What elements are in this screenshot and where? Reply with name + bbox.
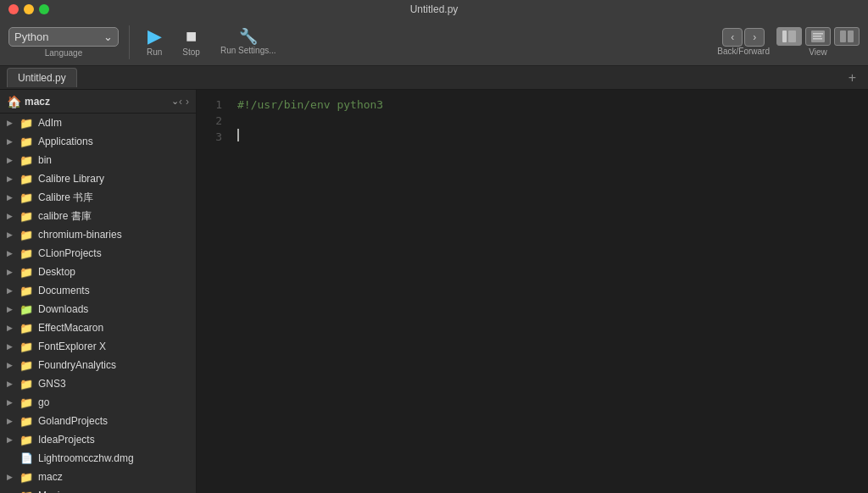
tree-item-name: GolandProjects bbox=[38, 415, 108, 427]
folder-icon: 📁 bbox=[19, 191, 34, 203]
folder-icon: 📁 bbox=[19, 266, 34, 278]
sidebar-nav-arrows: ‹ › bbox=[179, 96, 189, 108]
list-item[interactable]: ▶📁GolandProjects bbox=[0, 412, 196, 430]
list-item[interactable]: ▶📁Calibre Library bbox=[0, 169, 196, 188]
tab-add-button[interactable]: + bbox=[843, 70, 861, 86]
stop-button[interactable]: ■ Stop bbox=[175, 24, 207, 60]
list-item[interactable]: ▶📁FoundryAnalytics bbox=[0, 356, 196, 374]
editor[interactable]: 1 2 3 #!/usr/bin/env python3 bbox=[197, 90, 868, 493]
list-item[interactable]: ▶📁IdeaProjects bbox=[0, 430, 196, 449]
view-label: View bbox=[809, 47, 827, 57]
folder-icon: 📁 bbox=[19, 396, 34, 408]
tree-arrow-icon: ▶ bbox=[7, 193, 19, 202]
text-cursor bbox=[237, 129, 239, 141]
tab-bar: Untitled.py + bbox=[0, 66, 868, 90]
list-item[interactable]: ▶📁macz bbox=[0, 468, 196, 486]
code-line-2 bbox=[237, 113, 861, 129]
back-button[interactable]: ‹ bbox=[722, 28, 743, 47]
list-item[interactable]: ▶📁EffectMacaron bbox=[0, 319, 196, 337]
forward-button[interactable]: › bbox=[744, 28, 765, 47]
run-settings-button[interactable]: 🔧 Run Settings... bbox=[214, 25, 283, 58]
folder-icon: 📁 bbox=[19, 471, 34, 483]
tree-arrow-icon: ▶ bbox=[7, 324, 19, 332]
stop-icon: ■ bbox=[186, 27, 197, 46]
file-icon: 📄 bbox=[19, 452, 34, 464]
code-area[interactable]: #!/usr/bin/env python3 bbox=[231, 90, 868, 493]
list-item[interactable]: ▶📁Applications bbox=[0, 132, 196, 151]
language-label: Language bbox=[45, 48, 83, 58]
folder-icon: 📁 bbox=[19, 285, 34, 296]
view-split-button[interactable] bbox=[834, 27, 860, 46]
tree-arrow-icon: ▶ bbox=[7, 398, 19, 407]
tree-arrow-icon: ▶ bbox=[7, 435, 19, 444]
sidebar-root-name: macz bbox=[25, 96, 170, 108]
list-item[interactable]: ▶📁bin bbox=[0, 151, 196, 169]
sidebar-back-icon[interactable]: ‹ bbox=[179, 96, 182, 108]
line-num-3: 3 bbox=[197, 129, 231, 145]
tree-item-name: Downloads bbox=[38, 303, 88, 315]
tree-arrow-icon: ▶ bbox=[7, 305, 19, 313]
folder-icon: 📁 bbox=[19, 434, 34, 446]
maximize-button[interactable] bbox=[39, 4, 49, 14]
tree-arrow-icon: ▶ bbox=[7, 473, 19, 481]
folder-icon: 📁 bbox=[19, 378, 34, 390]
tree-item-name: GNS3 bbox=[38, 378, 66, 390]
language-selector[interactable]: Python ⌄ bbox=[8, 27, 119, 47]
list-item[interactable]: ▶📁GNS3 bbox=[0, 374, 196, 393]
tree-item-name: Movies bbox=[38, 490, 70, 493]
tree-item-name: CLionProjects bbox=[38, 247, 102, 259]
home-icon: 🏠 bbox=[7, 95, 21, 108]
folder-icon: 📁 bbox=[19, 415, 34, 427]
list-item[interactable]: ▶📁calibre 書庫 bbox=[0, 207, 196, 225]
list-item[interactable]: ▶📁Desktop bbox=[0, 263, 196, 281]
wrench-icon: 🔧 bbox=[239, 29, 258, 44]
sidebar-forward-icon[interactable]: › bbox=[186, 96, 189, 108]
tree-arrow-icon: ▶ bbox=[7, 137, 19, 146]
minimize-button[interactable] bbox=[24, 4, 34, 14]
tree-arrow-icon: ▶ bbox=[7, 361, 19, 369]
tree-item-name: Desktop bbox=[38, 266, 75, 278]
tree-arrow-icon: ▶ bbox=[7, 342, 19, 351]
folder-icon: 📁 bbox=[19, 490, 34, 493]
run-button[interactable]: ▶ Run bbox=[140, 24, 169, 60]
list-item[interactable]: ▶📁chromium-binaries bbox=[0, 225, 196, 244]
tree-arrow-icon: ▶ bbox=[7, 249, 19, 258]
tree-item-name: EffectMacaron bbox=[38, 322, 103, 334]
list-item[interactable]: ▶📁FontExplorer X bbox=[0, 337, 196, 356]
folder-icon: 📁 bbox=[19, 322, 34, 334]
tree-arrow-icon: ▶ bbox=[7, 286, 19, 295]
tree-item-name: FoundryAnalytics bbox=[38, 359, 116, 371]
chevron-down-small-icon: ⌄ bbox=[171, 96, 179, 107]
code-line-1: #!/usr/bin/env python3 bbox=[237, 97, 861, 113]
list-item[interactable]: ▶📁CLionProjects bbox=[0, 244, 196, 263]
code-line-3 bbox=[237, 129, 861, 141]
list-item[interactable]: 📄Lightroomcczhw.dmg bbox=[0, 449, 196, 468]
back-forward-label: Back/Forward bbox=[717, 47, 770, 56]
tree-item-name: Calibre Library bbox=[38, 173, 104, 185]
view-editor-button[interactable] bbox=[805, 27, 831, 46]
folder-icon: 📁 bbox=[19, 210, 34, 222]
list-item[interactable]: ▶📁AdIm bbox=[0, 114, 196, 132]
sidebar[interactable]: 🏠 macz ⌄ ‹ › ▶📁AdIm▶📁Applications▶📁bin▶📁… bbox=[0, 90, 197, 493]
title-bar: Untitled.py bbox=[0, 0, 868, 19]
view-sidebar-button[interactable] bbox=[776, 27, 802, 46]
list-item[interactable]: ▶📁Documents bbox=[0, 281, 196, 300]
list-item[interactable]: ▶📁go bbox=[0, 393, 196, 412]
list-item[interactable]: ▶📁Movies bbox=[0, 486, 196, 493]
svg-rect-3 bbox=[813, 33, 823, 35]
tree-item-name: macz bbox=[38, 471, 63, 483]
tree-item-name: FontExplorer X bbox=[38, 341, 106, 352]
close-button[interactable] bbox=[8, 4, 19, 14]
list-item[interactable]: ▶📁Downloads bbox=[0, 300, 196, 319]
tree-item-name: Documents bbox=[38, 285, 90, 296]
main-content: 🏠 macz ⌄ ‹ › ▶📁AdIm▶📁Applications▶📁bin▶📁… bbox=[0, 90, 868, 493]
tree-item-name: bin bbox=[38, 154, 52, 166]
tree-arrow-icon: ▶ bbox=[7, 174, 19, 183]
tree-item-name: IdeaProjects bbox=[38, 434, 95, 446]
tab-untitled-py[interactable]: Untitled.py bbox=[7, 68, 77, 87]
folder-icon: 📁 bbox=[19, 117, 34, 129]
list-item[interactable]: ▶📁Calibre 书库 bbox=[0, 188, 196, 207]
chevron-down-icon: ⌄ bbox=[103, 30, 113, 43]
tree-arrow-icon: ▶ bbox=[7, 268, 19, 276]
tree-arrow-icon: ▶ bbox=[7, 156, 19, 164]
